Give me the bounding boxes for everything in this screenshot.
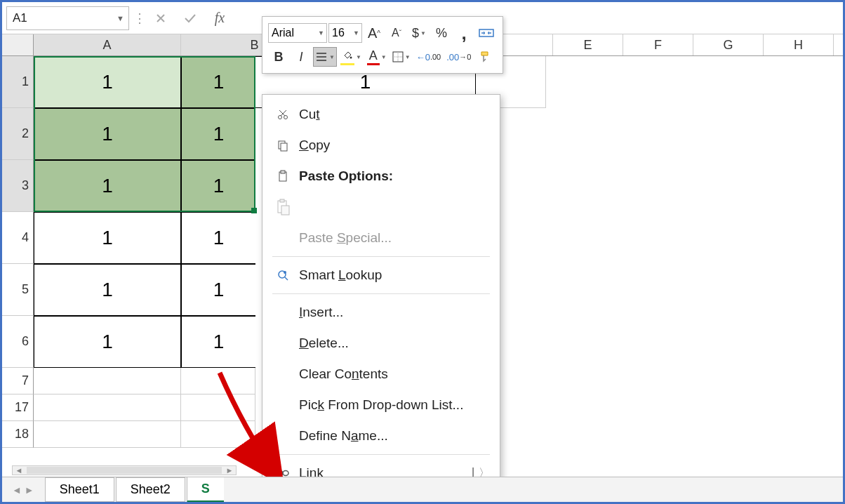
menu-define-name[interactable]: Define Name... bbox=[262, 420, 500, 451]
cell-A5[interactable]: 1 bbox=[34, 264, 181, 316]
row-header-3[interactable]: 3 bbox=[2, 160, 34, 212]
cell-B2-partial[interactable]: 1 bbox=[181, 108, 255, 160]
select-all-corner[interactable] bbox=[2, 34, 34, 55]
tab-sheet3[interactable]: S bbox=[187, 477, 224, 503]
clipboard-icon bbox=[272, 199, 293, 215]
font-color-button[interactable]: A▼ bbox=[365, 47, 389, 67]
cell-B18[interactable] bbox=[181, 421, 255, 448]
tab-sheet2[interactable]: Sheet2 bbox=[116, 477, 185, 502]
svg-point-14 bbox=[277, 471, 283, 476]
chevron-down-icon[interactable]: ▼ bbox=[353, 29, 359, 37]
cell-B3-partial[interactable]: 1 bbox=[181, 160, 255, 212]
menu-separator bbox=[272, 454, 490, 455]
col-header-A[interactable]: A bbox=[34, 34, 181, 55]
col-header-F[interactable]: F bbox=[623, 34, 693, 55]
decrease-decimal-button[interactable]: .00→0 bbox=[444, 47, 473, 67]
clipboard-icon bbox=[272, 170, 293, 183]
bold-button[interactable]: B bbox=[268, 47, 289, 67]
menu-paste-options: Paste Options: bbox=[262, 161, 500, 192]
cell-A2[interactable]: 1 bbox=[34, 108, 181, 160]
svg-rect-6 bbox=[281, 143, 287, 151]
svg-rect-11 bbox=[281, 206, 289, 215]
cell-A18[interactable] bbox=[34, 421, 181, 448]
menu-copy[interactable]: Copy bbox=[262, 130, 500, 161]
col-header-G[interactable]: G bbox=[693, 34, 764, 55]
svg-rect-10 bbox=[280, 199, 284, 202]
name-box-value: A1 bbox=[13, 11, 27, 25]
copy-icon bbox=[272, 139, 293, 152]
menu-separator bbox=[272, 293, 490, 294]
decrease-font-button[interactable]: Aˇ bbox=[386, 23, 407, 43]
chevron-down-icon[interactable]: ▼ bbox=[117, 14, 124, 22]
context-menu: Cut Copy Paste Options: Paste Special...… bbox=[262, 94, 500, 493]
cell-B6-partial[interactable]: 1 bbox=[181, 316, 255, 368]
mini-toolbar: Arial▼ 16▼ A^ Aˇ $▼ % , B I ▼ ▼ A▼ ▼ ←0.… bbox=[262, 16, 503, 74]
cell-A1[interactable]: 1 bbox=[34, 56, 181, 108]
font-name-input[interactable]: Arial▼ bbox=[268, 23, 327, 43]
row-header-6[interactable]: 6 bbox=[2, 316, 34, 368]
row-header-2[interactable]: 2 bbox=[2, 108, 34, 160]
svg-point-15 bbox=[283, 471, 288, 476]
row-header-18[interactable]: 18 bbox=[2, 421, 34, 448]
row-header-5[interactable]: 5 bbox=[2, 264, 34, 316]
fill-color-button[interactable]: ▼ bbox=[338, 47, 364, 67]
menu-separator bbox=[272, 256, 490, 257]
cell-B17[interactable] bbox=[181, 394, 255, 421]
scroll-left-button[interactable]: ◄ bbox=[13, 466, 25, 475]
cell-A3[interactable]: 1 bbox=[34, 160, 181, 212]
menu-smart-lookup[interactable]: Smart Lookup bbox=[262, 260, 500, 291]
scissors-icon bbox=[272, 108, 293, 121]
menu-insert[interactable]: Insert... bbox=[262, 297, 500, 328]
svg-point-13 bbox=[284, 271, 286, 274]
name-box[interactable]: A1 ▼ bbox=[6, 6, 129, 30]
row-header-4[interactable]: 4 bbox=[2, 212, 34, 264]
divider: ⋮ bbox=[133, 11, 143, 26]
merge-center-button[interactable] bbox=[476, 23, 497, 43]
svg-point-1 bbox=[350, 57, 352, 59]
tab-sheet1[interactable]: Sheet1 bbox=[45, 477, 114, 502]
svg-point-4 bbox=[284, 116, 288, 119]
col-header-E[interactable]: E bbox=[553, 34, 623, 55]
bucket-icon bbox=[340, 48, 354, 65]
cell-A4[interactable]: 1 bbox=[34, 212, 181, 264]
align-button[interactable]: ▼ bbox=[313, 47, 337, 67]
menu-paste-special[interactable]: Paste Special... bbox=[262, 223, 500, 253]
menu-cut[interactable]: Cut bbox=[262, 99, 500, 130]
horizontal-scrollbar[interactable]: ◄ ► bbox=[12, 465, 237, 475]
italic-button[interactable]: I bbox=[291, 47, 312, 67]
enter-button[interactable] bbox=[178, 6, 202, 30]
menu-clear-contents[interactable]: Clear Contents bbox=[262, 359, 500, 390]
borders-button[interactable]: ▼ bbox=[390, 47, 413, 67]
col-header-H[interactable]: H bbox=[764, 34, 834, 55]
svg-rect-8 bbox=[281, 171, 285, 173]
cell-B1-partial[interactable]: 1 bbox=[181, 56, 255, 108]
cell-A6[interactable]: 1 bbox=[34, 316, 181, 368]
row-header-17[interactable]: 17 bbox=[2, 394, 34, 421]
cell-A7[interactable] bbox=[34, 368, 181, 394]
sheet-tabs: ◄► Sheet1 Sheet2 S bbox=[2, 477, 843, 502]
insert-function-button[interactable]: fx bbox=[208, 6, 232, 30]
cell-A17[interactable] bbox=[34, 394, 181, 421]
row-header-7[interactable]: 7 bbox=[2, 368, 34, 394]
menu-pick-list[interactable]: Pick From Drop-down List... bbox=[262, 390, 500, 420]
cancel-button[interactable] bbox=[149, 6, 173, 30]
accounting-format-button[interactable]: $▼ bbox=[408, 23, 430, 43]
scroll-track[interactable] bbox=[27, 467, 222, 474]
menu-delete[interactable]: Delete... bbox=[262, 328, 500, 359]
cell-B7[interactable] bbox=[181, 368, 255, 394]
comma-format-button[interactable]: , bbox=[453, 23, 474, 43]
tab-nav[interactable]: ◄► bbox=[12, 484, 34, 496]
menu-paste-plain[interactable] bbox=[262, 192, 500, 223]
increase-font-button[interactable]: A^ bbox=[364, 23, 385, 43]
increase-decimal-button[interactable]: ←0.00 bbox=[414, 47, 444, 67]
scroll-right-button[interactable]: ► bbox=[223, 466, 236, 475]
percent-format-button[interactable]: % bbox=[431, 23, 452, 43]
svg-point-3 bbox=[279, 116, 282, 119]
chevron-down-icon[interactable]: ▼ bbox=[318, 29, 324, 37]
search-icon bbox=[272, 269, 293, 281]
format-painter-button[interactable] bbox=[474, 47, 495, 67]
font-size-input[interactable]: 16▼ bbox=[328, 23, 362, 43]
cell-B4-partial[interactable]: 1 bbox=[181, 212, 255, 264]
cell-B5-partial[interactable]: 1 bbox=[181, 264, 255, 316]
row-header-1[interactable]: 1 bbox=[2, 56, 34, 108]
